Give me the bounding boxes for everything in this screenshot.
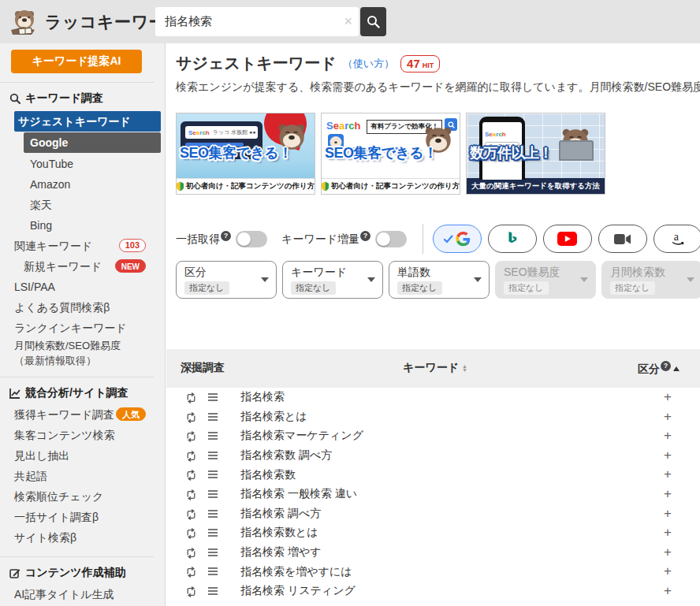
row-menu-icon[interactable] bbox=[207, 548, 218, 557]
engine-button-bing[interactable] bbox=[488, 225, 537, 253]
engine-button-video[interactable] bbox=[598, 225, 647, 253]
usage-link[interactable]: （使い方） bbox=[343, 57, 394, 71]
sidebar-item[interactable]: Bing bbox=[0, 215, 165, 236]
sidebar-item-label: サイト検索β bbox=[14, 531, 76, 544]
category-help-icon[interactable]: ? bbox=[661, 361, 671, 371]
row-menu-icon[interactable] bbox=[207, 392, 218, 402]
help-icon[interactable]: ? bbox=[360, 231, 370, 241]
row-menu-icon[interactable] bbox=[207, 470, 218, 479]
keyword-text[interactable]: 指名検索を増やすには bbox=[240, 565, 352, 579]
promo-banners: Searchラッコ 水族館 ●●SEO集客できる！初心者向け・記事コンテンツの作… bbox=[176, 113, 605, 195]
add-category-icon[interactable]: + bbox=[664, 603, 672, 606]
sidebar-item[interactable]: LSI/PAA bbox=[0, 277, 165, 297]
row-menu-icon[interactable] bbox=[207, 567, 218, 576]
sidebar-item[interactable]: ランクインキーワード bbox=[0, 318, 165, 338]
add-category-icon[interactable]: + bbox=[664, 428, 672, 444]
sidebar-item[interactable]: 検索順位チェック bbox=[0, 486, 165, 507]
drilldown-search-icon[interactable] bbox=[185, 470, 197, 481]
banner-search-bar: Searchラッコ 水族館 ●● bbox=[185, 126, 258, 139]
sidebar-item[interactable]: 一括サイト調査β bbox=[0, 507, 165, 527]
sidebar-item[interactable]: Google bbox=[24, 132, 161, 153]
drilldown-search-icon[interactable] bbox=[185, 412, 197, 423]
keyword-text[interactable]: 指名検索とは bbox=[240, 410, 307, 424]
sidebar-item-label: 一括サイト調査β bbox=[14, 511, 99, 523]
toggle-switch[interactable] bbox=[236, 231, 267, 247]
sidebar-item[interactable]: AI記事タイトル生成 bbox=[0, 584, 165, 604]
filter-dropdown[interactable]: 単語数指定なし bbox=[389, 261, 490, 299]
drilldown-search-icon[interactable] bbox=[185, 509, 197, 520]
add-category-icon[interactable]: + bbox=[664, 389, 672, 405]
column-keyword-sort[interactable]: キーワード ▲▼ bbox=[403, 361, 467, 375]
toggle-label: キーワード増量? bbox=[281, 231, 370, 247]
row-menu-icon[interactable] bbox=[207, 586, 218, 596]
add-category-icon[interactable]: + bbox=[664, 506, 672, 522]
keyword-text[interactable]: 指名検索 調べ方 bbox=[240, 507, 321, 521]
row-menu-icon[interactable] bbox=[207, 489, 218, 499]
keyword-text[interactable]: 指名検索 リスティング bbox=[240, 584, 356, 598]
table-row: 指名検索 リスティング+ bbox=[166, 582, 700, 601]
keyword-text[interactable]: 指名検索 増やす bbox=[240, 545, 322, 560]
sidebar-item[interactable]: サイト検索β bbox=[0, 527, 165, 548]
add-category-icon[interactable]: + bbox=[664, 448, 672, 463]
sidebar-section-title: キーワード調査 bbox=[0, 83, 165, 110]
drilldown-search-icon[interactable] bbox=[185, 567, 197, 578]
column-category-sort[interactable]: 区分? bbox=[638, 361, 680, 377]
add-category-icon[interactable]: + bbox=[664, 583, 672, 599]
sidebar-item[interactable]: 月間検索数/SEO難易度 bbox=[0, 338, 165, 354]
drilldown-search-icon[interactable] bbox=[185, 451, 197, 462]
filter-dropdown[interactable]: 区分指定なし bbox=[176, 261, 277, 299]
toggle-switch[interactable] bbox=[375, 231, 407, 247]
drilldown-search-icon[interactable] bbox=[185, 392, 197, 403]
clear-search-icon[interactable]: × bbox=[344, 13, 352, 29]
add-category-icon[interactable]: + bbox=[664, 467, 672, 482]
filter-label: 月間検索数 bbox=[610, 266, 684, 280]
drilldown-search-icon[interactable] bbox=[185, 431, 197, 442]
sidebar-item[interactable]: 集客コンテンツ検索 bbox=[0, 425, 165, 445]
row-menu-icon[interactable] bbox=[207, 509, 218, 519]
table-row: 指名検索マーケティング+ bbox=[166, 426, 700, 446]
add-category-icon[interactable]: + bbox=[664, 525, 672, 541]
sidebar-item[interactable]: サジェストキーワード bbox=[14, 111, 161, 132]
app: ラッコキーワード × キーワード提案AI キーワード調査サジェストキーワードGo… bbox=[0, 0, 700, 606]
filter-dropdown[interactable]: キーワード指定なし bbox=[282, 261, 383, 299]
logo[interactable]: ラッコキーワード bbox=[8, 8, 150, 36]
sidebar-item[interactable]: 見出し抽出 bbox=[0, 445, 165, 466]
sidebar-item[interactable]: YouTube bbox=[0, 154, 165, 174]
add-category-icon[interactable]: + bbox=[664, 563, 672, 579]
drilldown-search-icon[interactable] bbox=[185, 528, 197, 539]
promo-banner[interactable]: Search有料プランで効率化！SEO集客できる！初心者向け・記事コンテンツの作… bbox=[321, 113, 460, 195]
sidebar-item[interactable]: よくある質問検索β bbox=[0, 297, 165, 318]
drilldown-search-icon[interactable] bbox=[185, 548, 197, 559]
engine-button-amazon[interactable]: a bbox=[653, 225, 700, 253]
row-menu-icon[interactable] bbox=[207, 412, 218, 422]
promo-banner[interactable]: Searchラッコおすすめの ●●数万件以上！大量の関連キーワードを取得する方法 bbox=[466, 113, 605, 195]
drilldown-search-icon[interactable] bbox=[185, 586, 197, 597]
chevron-down-icon bbox=[474, 277, 482, 282]
keyword-text[interactable]: 指名検索数 調べ方 bbox=[240, 448, 332, 463]
keyword-text[interactable]: 指名検索数 bbox=[240, 468, 296, 482]
sidebar-item[interactable]: 関連キーワード103 bbox=[0, 236, 165, 256]
sidebar-item[interactable]: 新規キーワードNEW bbox=[0, 256, 165, 277]
engine-button-youtube[interactable] bbox=[543, 225, 592, 253]
engine-button-google[interactable] bbox=[433, 225, 482, 253]
keyword-text[interactable]: 指名検索 一般検索 違い bbox=[240, 487, 357, 501]
row-menu-icon[interactable] bbox=[207, 431, 218, 441]
sidebar-item[interactable]: 共起語 bbox=[0, 466, 165, 486]
sidebar-item[interactable]: Amazon bbox=[0, 174, 165, 195]
help-icon[interactable]: ? bbox=[221, 231, 231, 241]
row-menu-icon[interactable] bbox=[207, 451, 218, 460]
row-menu-icon[interactable] bbox=[207, 528, 218, 537]
search-button[interactable] bbox=[360, 7, 386, 36]
keyword-ai-button[interactable]: キーワード提案AI bbox=[11, 50, 142, 73]
add-category-icon[interactable]: + bbox=[664, 409, 672, 425]
keyword-text[interactable]: 指名検索マーケティング bbox=[240, 429, 363, 443]
keyword-text[interactable]: 指名検索 bbox=[240, 390, 285, 404]
sidebar-item[interactable]: 楽天 bbox=[0, 195, 165, 215]
drilldown-search-icon[interactable] bbox=[185, 489, 197, 500]
add-category-icon[interactable]: + bbox=[664, 486, 672, 502]
add-category-icon[interactable]: + bbox=[664, 545, 672, 560]
keyword-text[interactable]: 指名検索数とは bbox=[240, 526, 318, 540]
promo-banner[interactable]: Searchラッコ 水族館 ●●SEO集客できる！初心者向け・記事コンテンツの作… bbox=[176, 113, 315, 195]
keyword-search-input[interactable] bbox=[155, 7, 359, 36]
sidebar-item[interactable]: 獲得キーワード調査人気 bbox=[0, 404, 165, 425]
